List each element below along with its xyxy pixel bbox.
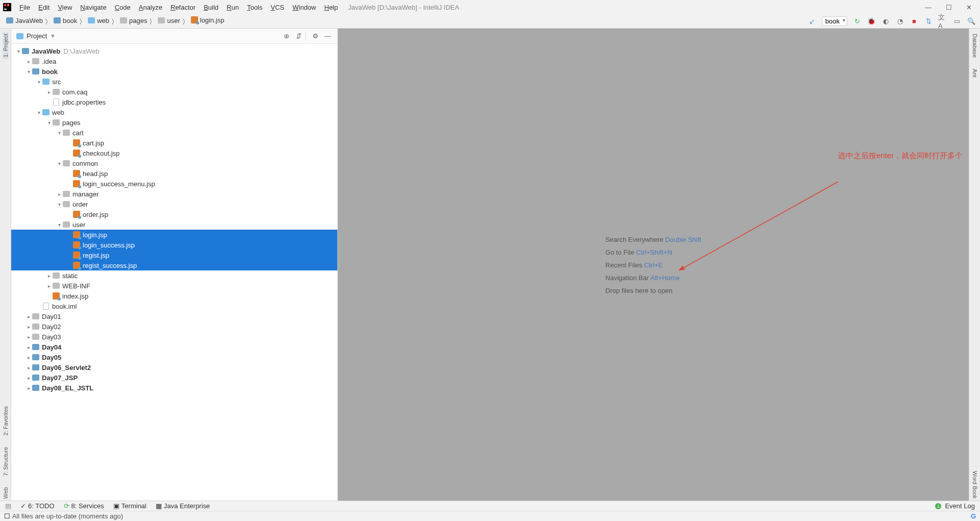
tree-item--idea[interactable]: ▸.idea	[11, 56, 337, 66]
expand-icon[interactable]: ⇵	[294, 32, 303, 40]
tree-arrow-icon[interactable]: ▾	[26, 69, 32, 75]
tree-arrow-icon[interactable]: ▸	[26, 324, 32, 330]
project-panel-title[interactable]: Project ▼	[16, 32, 55, 40]
debug-icon[interactable]: 🐞	[867, 17, 876, 26]
tool-web-tab[interactable]: Web	[3, 485, 9, 501]
menu-code[interactable]: Code	[111, 3, 135, 12]
tab-event-log[interactable]: 1Event Log	[935, 502, 975, 510]
tool-project-tab[interactable]: 1: Project	[3, 32, 9, 59]
tree-item-com-caq[interactable]: ▸com.caq	[11, 87, 337, 97]
tree-item-login-success-menu-jsp[interactable]: login_success_menu.jsp	[11, 179, 337, 189]
tree-item-day03[interactable]: ▸Day03	[11, 332, 337, 342]
breadcrumb-book[interactable]: book	[52, 17, 79, 24]
tree-item-cart[interactable]: ▾cart	[11, 128, 337, 138]
menu-view[interactable]: View	[54, 3, 76, 12]
project-tree[interactable]: ▾JavaWebD:\JavaWeb▸.idea▾book▾src▸com.ca…	[11, 44, 337, 501]
tree-arrow-icon[interactable]: ▸	[26, 59, 32, 64]
tree-item-order-jsp[interactable]: order.jsp	[11, 209, 337, 219]
menu-build[interactable]: Build	[200, 3, 223, 12]
menu-tools[interactable]: Tools	[243, 3, 266, 12]
tree-item-jdbc-properties[interactable]: jdbc.properties	[11, 97, 337, 107]
tree-arrow-icon[interactable]: ▸	[26, 365, 32, 370]
tree-arrow-icon[interactable]: ▸	[46, 283, 52, 289]
breadcrumb-javaweb[interactable]: JavaWeb	[4, 17, 45, 24]
tree-item-day01[interactable]: ▸Day01	[11, 311, 337, 321]
tree-arrow-icon[interactable]: ▸	[56, 191, 62, 197]
menu-vcs[interactable]: VCS	[266, 3, 288, 12]
tree-arrow-icon[interactable]: ▾	[36, 110, 42, 115]
tree-item-regist-jsp[interactable]: regist.jsp	[11, 250, 337, 260]
toolwin-quick-icon[interactable]: ▤	[5, 502, 11, 510]
menu-run[interactable]: Run	[223, 3, 243, 12]
breadcrumb-web[interactable]: web	[86, 17, 111, 24]
tool-favorites-tab[interactable]: 2: Favorites	[3, 404, 9, 437]
minimize-button[interactable]: —	[925, 4, 932, 11]
translate-icon[interactable]: 文A	[938, 17, 947, 26]
tree-item-day06-servlet2[interactable]: ▸Day06_Servlet2	[11, 362, 337, 373]
stop-icon[interactable]: ■	[910, 17, 919, 26]
menu-edit[interactable]: Edit	[34, 3, 54, 12]
tree-arrow-icon[interactable]: ▸	[26, 344, 32, 350]
tree-item-user[interactable]: ▾user	[11, 219, 337, 230]
tree-arrow-icon[interactable]: ▸	[46, 273, 52, 279]
tab-todo[interactable]: ✓ 6: TODO	[20, 502, 55, 510]
tree-item-login-success-jsp[interactable]: login_success.jsp	[11, 240, 337, 250]
back-icon[interactable]: ↙	[807, 17, 817, 26]
tree-item-order[interactable]: ▾order	[11, 199, 337, 209]
tab-terminal[interactable]: ▣ Terminal	[113, 502, 146, 510]
tree-item-day08-el-jstl[interactable]: ▸Day08_EL_JSTL	[11, 383, 337, 393]
hide-icon[interactable]: —	[323, 32, 332, 40]
tree-item-pages[interactable]: ▾pages	[11, 117, 337, 128]
tree-arrow-icon[interactable]: ▾	[36, 79, 42, 85]
layout-icon[interactable]: ▭	[952, 17, 962, 26]
tree-item-book[interactable]: ▾book	[11, 66, 337, 77]
tree-arrow-icon[interactable]: ▸	[26, 385, 32, 391]
tree-item-javaweb[interactable]: ▾JavaWebD:\JavaWeb	[11, 46, 337, 56]
tree-arrow-icon[interactable]: ▸	[26, 314, 32, 319]
tab-java-enterprise[interactable]: ▦ Java Enterprise	[156, 502, 210, 510]
tree-item-common[interactable]: ▾common	[11, 158, 337, 168]
tree-item-src[interactable]: ▾src	[11, 77, 337, 87]
tree-arrow-icon[interactable]: ▾	[56, 161, 62, 166]
tree-arrow-icon[interactable]: ▾	[56, 222, 62, 228]
tool-wordbook-tab[interactable]: Word Book	[972, 469, 978, 501]
breadcrumb-login.jsp[interactable]: login.jsp	[189, 16, 227, 24]
tree-item-manager[interactable]: ▸manager	[11, 189, 337, 199]
menu-help[interactable]: Help	[320, 3, 342, 12]
tree-arrow-icon[interactable]: ▸	[46, 89, 52, 95]
tree-arrow-icon[interactable]: ▸	[26, 355, 32, 360]
settings-icon[interactable]: ⚙	[311, 32, 320, 40]
menu-analyze[interactable]: Analyze	[135, 3, 166, 12]
google-icon[interactable]: G	[971, 512, 976, 520]
coverage-icon[interactable]: ◐	[881, 17, 890, 26]
tree-arrow-icon[interactable]: ▾	[56, 202, 62, 207]
tab-services[interactable]: ⟳ 8: Services	[64, 502, 104, 510]
tree-item-day05[interactable]: ▸Day05	[11, 352, 337, 362]
tree-item-day02[interactable]: ▸Day02	[11, 321, 337, 332]
tree-item-index-jsp[interactable]: index.jsp	[11, 291, 337, 301]
tree-item-checkout-jsp[interactable]: checkout.jsp	[11, 148, 337, 158]
tree-item-day07-jsp[interactable]: ▸Day07_JSP	[11, 373, 337, 383]
update-icon[interactable]: ⇅	[924, 17, 933, 26]
menu-navigate[interactable]: Navigate	[76, 3, 110, 12]
tree-item-head-jsp[interactable]: head.jsp	[11, 168, 337, 179]
tree-item-book-iml[interactable]: book.iml	[11, 301, 337, 311]
tree-item-cart-jsp[interactable]: cart.jsp	[11, 138, 337, 148]
tool-structure-tab[interactable]: 7: Structure	[3, 445, 9, 478]
locate-icon[interactable]: ⊕	[282, 32, 291, 40]
close-button[interactable]: ✕	[966, 4, 972, 11]
search-icon[interactable]: 🔍	[967, 17, 976, 26]
breadcrumb-user[interactable]: user	[156, 17, 182, 24]
tree-item-static[interactable]: ▸static	[11, 270, 337, 281]
menu-refactor[interactable]: Refactor	[166, 3, 200, 12]
tree-item-web-inf[interactable]: ▸WEB-INF	[11, 281, 337, 291]
tree-arrow-icon[interactable]: ▸	[26, 334, 32, 340]
run-config-selector[interactable]: book	[822, 16, 847, 26]
maximize-button[interactable]: ☐	[946, 4, 952, 11]
breadcrumb-pages[interactable]: pages	[118, 17, 149, 24]
tree-arrow-icon[interactable]: ▸	[26, 375, 32, 381]
tree-arrow-icon[interactable]: ▾	[15, 48, 21, 54]
tree-item-day04[interactable]: ▸Day04	[11, 342, 337, 352]
tree-item-web[interactable]: ▾web	[11, 107, 337, 117]
tool-ant-tab[interactable]: Ant	[972, 67, 978, 80]
